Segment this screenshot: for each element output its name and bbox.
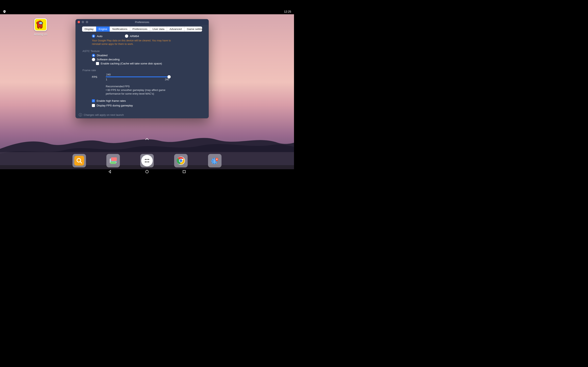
android-statusbar: 12:25 (0, 9, 294, 14)
dock-app-chrome[interactable] (174, 154, 188, 167)
tab-advanced[interactable]: Advanced (167, 26, 184, 32)
tab-notifications[interactable]: Notifications (110, 26, 130, 32)
letterbox-top (0, 0, 294, 9)
dock-app-maps[interactable] (208, 154, 222, 167)
radio-dot-icon (92, 34, 95, 38)
fps-label: FPS (92, 75, 97, 78)
arch-warning-text: Your Google Play data on this device wil… (92, 39, 178, 46)
astc-radio-disabled[interactable]: Disabled (92, 54, 200, 57)
shield-play-icon (3, 10, 6, 13)
svg-rect-20 (183, 170, 185, 173)
svg-point-18 (216, 159, 217, 160)
svg-point-11 (145, 161, 146, 162)
nav-home[interactable] (145, 169, 149, 174)
nav-back[interactable] (108, 169, 112, 174)
dock-app-search[interactable] (72, 154, 86, 167)
svg-point-19 (146, 170, 148, 173)
status-time: 12:25 (284, 10, 291, 13)
enable-high-fps-checkbox[interactable]: Enable high frame rates (92, 99, 200, 102)
enable-high-fps-label: Enable high frame rates (96, 99, 126, 102)
window-minimize-button[interactable] (82, 21, 84, 23)
arch-auto-label: Auto (97, 35, 103, 38)
svg-point-13 (148, 161, 149, 162)
radio-dot-icon (125, 34, 128, 38)
display-fps-checkbox[interactable]: Display FPS during gameplay (92, 104, 200, 107)
svg-point-9 (146, 159, 147, 160)
letterbox-bottom (0, 174, 294, 184)
fps-max-label: 240 (165, 78, 169, 81)
tab-display[interactable]: Display (82, 26, 96, 32)
svg-point-12 (146, 161, 147, 162)
app-drawer-handle[interactable] (145, 137, 149, 141)
astc-radio-software[interactable]: Software decoding (92, 58, 200, 61)
android-navbar (0, 169, 294, 174)
svg-rect-1 (74, 156, 84, 166)
svg-rect-6 (111, 157, 117, 161)
fps-value: 240 (106, 73, 169, 76)
desktop-app-label: Among Us (33, 33, 49, 36)
svg-point-10 (148, 159, 149, 160)
astc-disabled-label: Disabled (97, 54, 108, 57)
nav-recents[interactable] (182, 169, 186, 174)
window-zoom-button[interactable] (86, 21, 88, 23)
astc-caching-checkbox[interactable]: Enable caching (Cache will take some dis… (96, 62, 200, 65)
slider-thumb-icon[interactable] (167, 75, 171, 78)
display-fps-label: Display FPS during gameplay (96, 104, 133, 107)
recommended-fps-body: • 60 FPS for smoother gameplay (may affe… (106, 88, 167, 96)
svg-point-8 (145, 159, 146, 160)
info-icon: i (79, 113, 82, 117)
tab-user-data[interactable]: User data (150, 26, 167, 32)
dock-app-gallery[interactable] (106, 154, 120, 167)
tab-game-settings[interactable]: Game settings (184, 26, 202, 32)
arch-radio-auto[interactable]: Auto (92, 34, 103, 38)
astc-caching-label: Enable caching (Cache will take some dis… (101, 62, 162, 65)
arch-radio-arm64[interactable]: ARM64 (125, 34, 139, 38)
checkbox-icon (92, 104, 95, 107)
checkbox-icon (96, 62, 99, 65)
astc-software-label: Software decoding (97, 58, 120, 61)
window-title: Preferences (135, 21, 149, 24)
dock-app-drawer[interactable] (140, 154, 154, 167)
window-titlebar[interactable]: Preferences (76, 19, 209, 25)
checkbox-icon (92, 99, 95, 102)
section-astc-label: ASTC Texture (82, 50, 200, 53)
dock (0, 152, 294, 169)
recommended-fps-title: Recommended FPS (106, 85, 167, 88)
radio-dot-icon (92, 54, 95, 57)
section-frame-rate-label: Frame rate (82, 69, 200, 72)
desktop-app-among-us[interactable]: Among Us (33, 18, 49, 36)
fps-slider[interactable] (106, 76, 169, 77)
footer-note-text: Changes will apply on next launch (84, 113, 124, 117)
fps-min-label: 1 (106, 78, 107, 81)
preferences-window: Preferences Display Engine Notifications… (76, 19, 209, 118)
arch-arm64-label: ARM64 (130, 35, 139, 38)
tab-preferences[interactable]: Preferences (130, 26, 150, 32)
svg-rect-7 (110, 161, 116, 164)
prefs-tabs: Display Engine Notifications Preferences… (82, 26, 202, 32)
radio-dot-icon (92, 58, 95, 61)
tab-engine[interactable]: Engine (96, 26, 110, 32)
window-close-button[interactable] (78, 21, 80, 23)
